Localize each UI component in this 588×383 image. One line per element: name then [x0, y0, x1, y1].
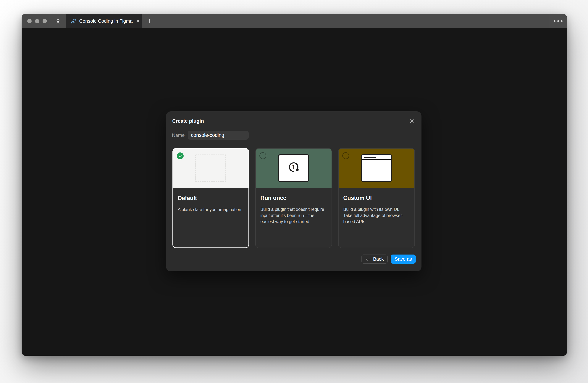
traffic-lights	[22, 14, 50, 28]
template-cards: Default A blank slate for your imaginati…	[172, 148, 415, 248]
back-button[interactable]: Back	[361, 255, 388, 264]
template-card-run-once[interactable]: 1 Run once Build a plugin that doesn't r…	[255, 148, 332, 248]
blank-frame-icon	[195, 154, 226, 182]
save-as-button-label: Save as	[395, 256, 412, 262]
template-title: Run once	[260, 195, 327, 201]
template-card-body: Default A blank slate for your imaginati…	[173, 188, 249, 213]
pen-nib-icon	[71, 18, 76, 24]
name-label: Name	[172, 132, 185, 138]
traffic-light-zoom[interactable]	[42, 19, 47, 23]
template-title: Custom UI	[343, 195, 410, 201]
window-menu-button[interactable]	[549, 14, 567, 28]
figma-app-window: Console Coding in Figma Create	[22, 14, 567, 356]
dialog-footer: Back Save as	[361, 255, 416, 264]
template-title: Default	[178, 195, 244, 202]
traffic-light-close[interactable]	[27, 19, 32, 23]
create-plugin-dialog: Create plugin Name	[166, 111, 421, 271]
close-icon	[409, 118, 415, 124]
radio-unselected-icon[interactable]	[259, 152, 266, 159]
ellipsis-icon	[554, 20, 555, 22]
ellipsis-icon	[557, 20, 559, 22]
template-description: Build a plugin with its own UI. Take ful…	[343, 206, 410, 225]
tab-title: Console Coding in Figma	[79, 18, 132, 24]
ellipsis-icon	[561, 20, 563, 22]
run-once-number: 1	[292, 163, 295, 171]
traffic-light-minimize[interactable]	[35, 19, 39, 23]
selected-check-icon[interactable]	[177, 152, 184, 159]
dialog-close-button[interactable]	[408, 118, 415, 124]
template-card-default[interactable]: Default A blank slate for your imaginati…	[172, 148, 249, 248]
template-description: Build a plugin that doesn't require inpu…	[260, 206, 327, 225]
run-once-icon: 1	[278, 154, 309, 182]
home-icon	[55, 18, 61, 24]
radio-unselected-icon[interactable]	[342, 152, 349, 159]
template-preview-custom-ui	[339, 149, 414, 188]
template-card-body: Custom UI Build a plugin with its own UI…	[339, 188, 414, 225]
plugin-name-input[interactable]	[188, 131, 249, 140]
plus-icon	[147, 18, 153, 24]
tab-console-coding[interactable]: Console Coding in Figma	[66, 14, 142, 28]
template-card-custom-ui[interactable]: Custom UI Build a plugin with its own UI…	[338, 148, 415, 248]
save-as-button[interactable]: Save as	[391, 255, 416, 264]
dialog-title: Create plugin	[172, 118, 204, 124]
canvas-backdrop: Create plugin Name	[22, 28, 567, 356]
template-preview-default	[173, 149, 249, 188]
back-button-label: Back	[373, 256, 384, 262]
home-button[interactable]	[50, 14, 66, 28]
tab-close-icon[interactable]	[135, 18, 141, 24]
titlebar-spacer	[158, 14, 549, 28]
template-preview-run-once: 1	[256, 149, 332, 188]
arrow-left-icon	[366, 256, 371, 262]
titlebar: Console Coding in Figma	[22, 14, 567, 28]
template-description: A blank slate for your imagination	[178, 206, 244, 213]
plugin-name-row: Name	[172, 131, 249, 140]
new-tab-button[interactable]	[142, 14, 158, 28]
browser-window-icon	[361, 154, 392, 182]
template-card-body: Run once Build a plugin that doesn't req…	[256, 188, 332, 225]
